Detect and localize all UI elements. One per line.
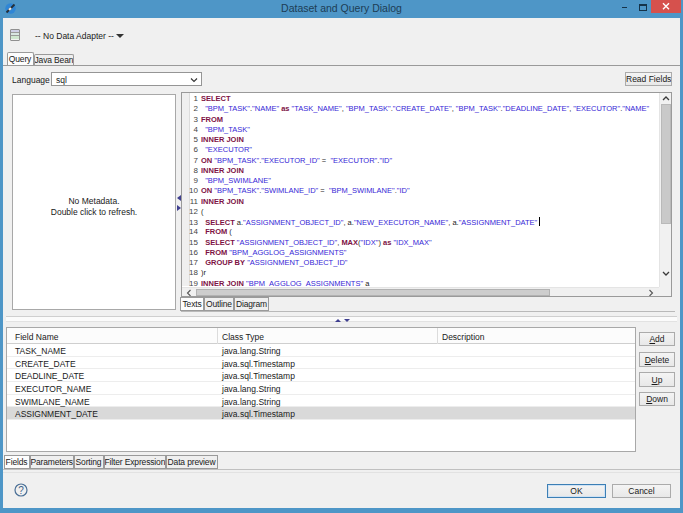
svg-text:?: ? <box>18 485 24 496</box>
